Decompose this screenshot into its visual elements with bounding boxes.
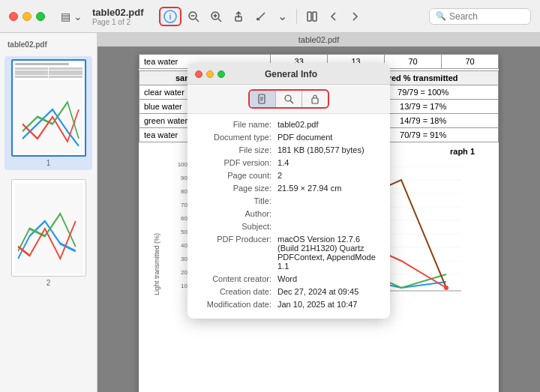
info-row-doctype: Document type: PDF document	[195, 133, 382, 142]
info-minimize-button[interactable]	[206, 70, 214, 78]
sidebar: table02.pdf	[0, 33, 98, 392]
info-traffic-lights	[195, 70, 225, 78]
sidebar-label: table02.pdf	[4, 39, 92, 50]
page2-preview	[11, 179, 86, 277]
pdf-tab-bar: table02.pdf	[98, 33, 540, 46]
info-row-title: Title:	[195, 196, 382, 205]
general-info-panel: General Info File name:	[188, 63, 390, 319]
doctype-value: PDF document	[278, 133, 382, 142]
svg-text:100: 100	[178, 161, 188, 168]
info-tab-file[interactable]	[250, 91, 276, 107]
filename-value: table02.pdf	[278, 120, 382, 129]
info-row-pagecount: Page count: 2	[195, 171, 382, 180]
toolbar-icons: i ⌄	[159, 6, 364, 26]
share-button[interactable]	[228, 7, 249, 25]
title-label-info: Title:	[195, 196, 278, 205]
subject-value	[278, 222, 382, 231]
info-row-producer: PDF Producer: macOS Version 12.7.6 (Buil…	[195, 235, 382, 271]
sidebar-page1-thumbnail[interactable]: 1	[4, 56, 92, 170]
table-cell-70: 70	[385, 55, 442, 69]
page1-preview	[11, 59, 86, 157]
info-row-modification: Modification date: Jan 10, 2025 at 10:47	[195, 300, 382, 309]
pdfversion-label: PDF version:	[195, 158, 278, 167]
info-row-subject: Subject:	[195, 222, 382, 231]
thumbnail-view-button[interactable]: ▤ ⌄	[57, 8, 86, 25]
zoom-in-button[interactable]	[206, 7, 226, 25]
search-box[interactable]: 🔍	[429, 8, 531, 25]
filename-label: File name:	[195, 120, 278, 129]
pagesize-value: 21.59 × 27.94 cm	[278, 184, 382, 193]
title-subtitle: Page 1 of 2	[92, 18, 130, 26]
info-row-filename: File name: table02.pdf	[195, 120, 382, 129]
info-panel-title: General Info	[230, 69, 352, 79]
pagesize-label: Page size:	[195, 184, 278, 193]
info-button[interactable]: i	[159, 7, 182, 26]
pagecount-value: 2	[278, 171, 382, 180]
prev-page-button[interactable]	[324, 8, 344, 25]
modification-label: Modification date:	[195, 300, 278, 309]
titlebar: ▤ ⌄ table02.pdf Page 1 of 2 i ⌄	[0, 0, 540, 33]
title-filename: table02.pdf	[92, 7, 144, 18]
chart-title-text: raph 1	[450, 147, 475, 156]
svg-line-3	[196, 19, 199, 22]
search-input[interactable]	[449, 11, 524, 22]
svg-rect-46	[312, 98, 318, 103]
page-layout-button[interactable]	[302, 7, 322, 25]
svg-line-45	[290, 100, 293, 103]
page1-number: 1	[46, 159, 51, 167]
sidebar-page2-thumbnail[interactable]: 2	[4, 176, 92, 290]
next-page-button[interactable]	[345, 8, 364, 25]
pdf-area: table02.pdf tea water 33 13 70 70	[98, 33, 540, 392]
modification-value: Jan 10, 2025 at 10:47	[278, 300, 382, 309]
info-maximize-button[interactable]	[218, 70, 225, 78]
info-row-pdfversion: PDF version: 1.4	[195, 158, 382, 167]
producer-value: macOS Version 12.7.6 (Build 21H1320) Qua…	[278, 235, 382, 271]
zoom-out-button[interactable]	[183, 7, 204, 25]
info-row-author: Author:	[195, 209, 382, 218]
annotate-button[interactable]	[250, 7, 272, 25]
info-row-filesize: File size: 181 KB (180,577 bytes)	[195, 145, 382, 154]
info-tabs	[188, 85, 390, 114]
svg-rect-15	[313, 12, 316, 21]
producer-label: PDF Producer:	[195, 235, 278, 271]
title-value-info	[278, 196, 382, 205]
author-value	[278, 209, 382, 218]
info-close-button[interactable]	[195, 70, 202, 78]
info-panel-titlebar: General Info	[188, 63, 390, 85]
svg-text:i: i	[169, 13, 171, 21]
search-icon: 🔍	[436, 11, 446, 21]
info-tab-search[interactable]	[276, 91, 302, 107]
main-area: table02.pdf	[0, 33, 540, 392]
maximize-button[interactable]	[36, 12, 45, 21]
svg-point-44	[285, 95, 291, 101]
y-axis-label: Light transmitted (%)	[153, 233, 160, 295]
author-label: Author:	[195, 209, 278, 218]
creation-label: Creation date:	[195, 287, 278, 296]
info-content: File name: table02.pdf Document type: PD…	[188, 114, 390, 319]
info-row-pagesize: Page size: 21.59 × 27.94 cm	[195, 184, 382, 193]
info-tab-group	[248, 89, 329, 109]
svg-rect-14	[308, 12, 311, 21]
table-cell-70pct: 70	[442, 55, 499, 69]
creation-value: Dec 27, 2024 at 09:45	[278, 287, 382, 296]
info-tab-security[interactable]	[302, 91, 328, 107]
close-button[interactable]	[9, 12, 18, 21]
creator-label: Content creator:	[195, 274, 278, 283]
minimize-button[interactable]	[22, 12, 32, 21]
separator	[296, 9, 297, 24]
info-row-creation: Creation date: Dec 27, 2024 at 09:45	[195, 287, 382, 296]
pagecount-label: Page count:	[195, 171, 278, 180]
pdf-tab-filename: table02.pdf	[298, 35, 339, 44]
info-row-creator: Content creator: Word	[195, 274, 382, 283]
filesize-label: File size:	[195, 145, 278, 154]
title-section: table02.pdf Page 1 of 2	[92, 7, 144, 26]
traffic-lights	[9, 12, 45, 21]
annotate-more-button[interactable]: ⌄	[273, 6, 292, 26]
svg-point-39	[444, 286, 448, 290]
pdfversion-value: 1.4	[278, 158, 382, 167]
svg-line-6	[218, 19, 221, 22]
doctype-label: Document type:	[195, 133, 278, 142]
subject-label: Subject:	[195, 222, 278, 231]
creator-value: Word	[278, 274, 382, 283]
page2-number: 2	[46, 279, 51, 287]
